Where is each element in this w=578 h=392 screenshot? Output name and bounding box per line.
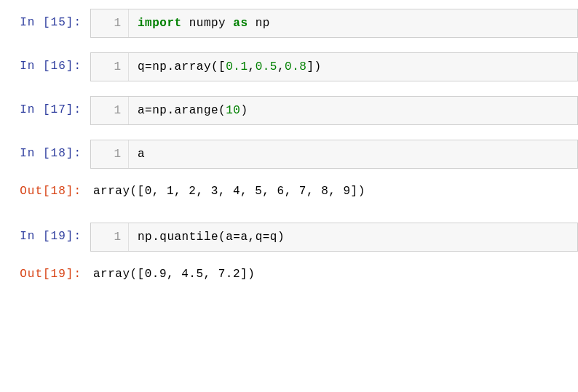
code-token: )	[240, 104, 248, 117]
code-container[interactable]: 1q=np.array([0.1,0.5,0.8])	[90, 52, 578, 81]
input-cell: In [17]:1a=np.arange(10)	[0, 96, 578, 125]
code-container[interactable]: 1import numpy as np	[90, 9, 578, 38]
input-cell: In [15]:1import numpy as np	[0, 9, 578, 38]
output-content: array([0.9, 4.5, 7.2])	[90, 260, 578, 288]
code-token: import	[138, 17, 182, 30]
code-content[interactable]: a=np.arange(10)	[129, 97, 577, 124]
input-prompt: In [18]:	[0, 140, 90, 160]
code-token: np	[248, 17, 270, 30]
input-cell: In [19]:1np.quantile(a=a,q=q)	[0, 223, 578, 252]
input-prompt: In [19]:	[0, 223, 90, 243]
line-number: 1	[91, 223, 129, 251]
code-content[interactable]: np.quantile(a=a,q=q)	[129, 223, 577, 251]
code-content[interactable]: q=np.array([0.1,0.5,0.8])	[129, 53, 577, 81]
code-content[interactable]: a	[129, 140, 577, 168]
line-number: 1	[91, 97, 129, 124]
line-number: 1	[91, 140, 129, 168]
code-container[interactable]: 1a=np.arange(10)	[90, 96, 578, 125]
code-token: a=np.arange(	[138, 104, 226, 117]
output-content: array([0, 1, 2, 3, 4, 5, 6, 7, 8, 9])	[90, 177, 578, 205]
output-prompt: Out[19]:	[0, 260, 90, 281]
line-number: 1	[91, 53, 129, 81]
code-token: ,	[277, 60, 285, 73]
input-prompt: In [16]:	[0, 52, 90, 73]
code-token: 10	[226, 104, 240, 117]
code-token: 0.1	[226, 60, 248, 73]
code-token: as	[233, 17, 248, 30]
code-token: np.quantile(a=a,q=q)	[138, 231, 285, 244]
notebook-container: In [15]:1import numpy as npIn [16]:1q=np…	[0, 9, 578, 288]
code-container[interactable]: 1np.quantile(a=a,q=q)	[90, 223, 578, 252]
input-prompt: In [17]:	[0, 96, 90, 116]
output-cell: Out[18]:array([0, 1, 2, 3, 4, 5, 6, 7, 8…	[0, 177, 578, 205]
input-cell: In [16]:1q=np.array([0.1,0.5,0.8])	[0, 52, 578, 81]
code-token: ,	[248, 60, 256, 73]
code-container[interactable]: 1a	[90, 140, 578, 169]
input-cell: In [18]:1a	[0, 140, 578, 169]
code-token: 0.8	[285, 60, 306, 73]
output-cell: Out[19]:array([0.9, 4.5, 7.2])	[0, 260, 578, 288]
code-token: 0.5	[256, 60, 277, 73]
input-prompt: In [15]:	[0, 9, 90, 29]
code-token: numpy	[182, 17, 234, 30]
code-token: ])	[306, 60, 321, 73]
line-number: 1	[91, 9, 129, 37]
code-content[interactable]: import numpy as np	[129, 9, 577, 37]
code-token: q=np.array([	[138, 60, 226, 73]
code-token: a	[138, 148, 145, 161]
output-prompt: Out[18]:	[0, 177, 90, 198]
